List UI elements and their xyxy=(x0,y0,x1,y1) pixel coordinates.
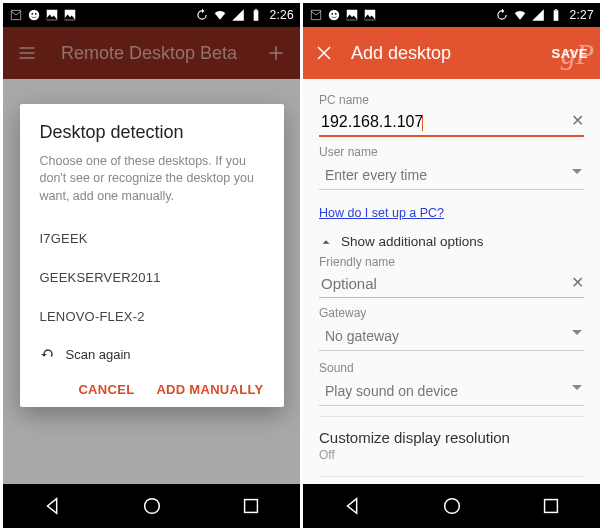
chevron-down-icon xyxy=(572,385,582,390)
chevron-down-icon xyxy=(572,330,582,335)
close-icon[interactable] xyxy=(315,44,333,62)
swap-mouse-row[interactable]: Swap mouse buttons xyxy=(319,476,584,484)
appbar: Add desktop SAVE xyxy=(303,27,600,79)
status-time: 2:27 xyxy=(569,8,594,22)
svg-point-10 xyxy=(331,13,333,15)
gateway-label: Gateway xyxy=(319,306,584,320)
gateway-select[interactable]: No gateway xyxy=(319,320,584,351)
svg-point-11 xyxy=(335,13,337,15)
scan-again-button[interactable]: Scan again xyxy=(40,336,264,372)
show-additional-label: Show additional options xyxy=(341,234,484,249)
pc-name-value: 192.168.1.107 xyxy=(321,113,423,130)
display-resolution-sub: Off xyxy=(319,448,584,462)
svg-point-9 xyxy=(329,10,340,21)
friendly-name-input[interactable] xyxy=(321,275,560,292)
save-button[interactable]: SAVE xyxy=(552,46,588,61)
dialog-scrim[interactable]: Desktop detection Choose one of these de… xyxy=(3,27,300,484)
dialog-body: Choose one of these desktops. If you don… xyxy=(40,153,264,206)
picture-icon xyxy=(45,8,59,22)
mail-icon xyxy=(309,8,323,22)
desktop-item[interactable]: GEEKSERVER2011 xyxy=(40,258,264,297)
friendly-name-label: Friendly name xyxy=(319,255,584,269)
svg-point-2 xyxy=(35,13,37,15)
mail-icon xyxy=(9,8,23,22)
home-icon[interactable] xyxy=(441,495,463,517)
chevron-down-icon xyxy=(572,169,582,174)
refresh-icon xyxy=(495,8,509,22)
svg-rect-6 xyxy=(255,9,257,10)
recents-icon[interactable] xyxy=(540,495,562,517)
friendly-name-field[interactable]: ✕ xyxy=(319,269,584,298)
show-additional-toggle[interactable]: Show additional options xyxy=(319,234,584,249)
svg-rect-5 xyxy=(254,10,259,20)
pc-name-field[interactable]: 192.168.1.107 ✕ xyxy=(319,107,584,137)
sound-select[interactable]: Play sound on device xyxy=(319,375,584,406)
user-name-select[interactable]: Enter every time xyxy=(319,159,584,190)
app-icon xyxy=(27,8,41,22)
home-icon[interactable] xyxy=(141,495,163,517)
user-name-label: User name xyxy=(319,145,584,159)
help-link[interactable]: How do I set up a PC? xyxy=(319,206,444,220)
chevron-up-icon xyxy=(319,235,333,249)
phone-right: 2:27 Add desktop SAVE gP PC name 192.168… xyxy=(303,3,600,528)
appbar-title: Add desktop xyxy=(351,43,544,64)
display-resolution-row[interactable]: Customize display resolution Off xyxy=(319,416,584,470)
clear-icon[interactable]: ✕ xyxy=(571,111,584,130)
recents-icon[interactable] xyxy=(240,495,262,517)
wifi-icon xyxy=(213,8,227,22)
pc-name-label: PC name xyxy=(319,93,584,107)
back-icon[interactable] xyxy=(342,495,364,517)
desktop-item[interactable]: I7GEEK xyxy=(40,219,264,258)
scan-again-label: Scan again xyxy=(66,347,131,362)
desktop-detection-dialog: Desktop detection Choose one of these de… xyxy=(20,104,284,408)
picture-icon xyxy=(63,8,77,22)
android-navbar xyxy=(303,484,600,528)
signal-icon xyxy=(231,8,245,22)
battery-icon xyxy=(549,8,563,22)
text-caret xyxy=(422,115,423,131)
svg-rect-8 xyxy=(244,500,257,513)
refresh-icon xyxy=(195,8,209,22)
svg-point-1 xyxy=(31,13,33,15)
app-icon xyxy=(327,8,341,22)
clear-icon[interactable]: ✕ xyxy=(571,273,584,292)
svg-rect-14 xyxy=(554,10,559,20)
svg-point-7 xyxy=(144,499,159,514)
svg-point-0 xyxy=(29,10,40,21)
form-content: PC name 192.168.1.107 ✕ User name Enter … xyxy=(303,79,600,484)
phone-left: 2:26 Remote Desktop Beta It's lonely her… xyxy=(3,3,300,528)
add-manually-button[interactable]: ADD MANUALLY xyxy=(156,382,263,397)
refresh-icon xyxy=(40,346,56,362)
wifi-icon xyxy=(513,8,527,22)
cancel-button[interactable]: CANCEL xyxy=(78,382,134,397)
status-time: 2:26 xyxy=(269,8,294,22)
desktop-item[interactable]: LENOVO-FLEX-2 xyxy=(40,297,264,336)
battery-icon xyxy=(249,8,263,22)
picture-icon xyxy=(363,8,377,22)
user-name-value: Enter every time xyxy=(325,167,427,183)
sound-value: Play sound on device xyxy=(325,383,458,399)
dialog-title: Desktop detection xyxy=(40,122,264,143)
picture-icon xyxy=(345,8,359,22)
status-bar: 2:27 xyxy=(303,3,600,27)
status-bar: 2:26 xyxy=(3,3,300,27)
android-navbar xyxy=(3,484,300,528)
gateway-value: No gateway xyxy=(325,328,399,344)
svg-rect-17 xyxy=(544,500,557,513)
svg-point-16 xyxy=(444,499,459,514)
display-resolution-title: Customize display resolution xyxy=(319,429,584,446)
svg-rect-15 xyxy=(555,9,557,10)
back-icon[interactable] xyxy=(42,495,64,517)
signal-icon xyxy=(531,8,545,22)
sound-label: Sound xyxy=(319,361,584,375)
